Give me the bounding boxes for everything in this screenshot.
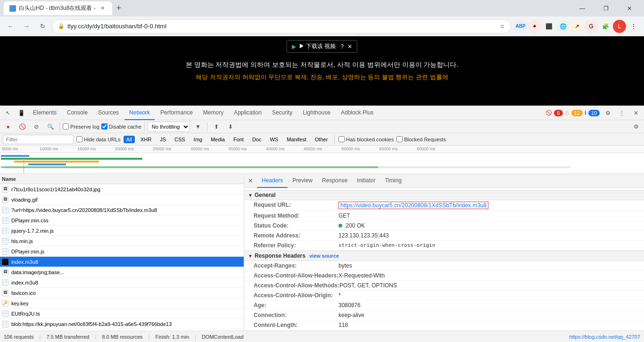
blocked-requests-input[interactable] bbox=[396, 136, 403, 142]
request-item[interactable]: 📄 blob:https://kk.jinpuyuan.net/0c83f5f4… bbox=[0, 319, 244, 329]
tab-memory[interactable]: Memory bbox=[198, 106, 228, 120]
request-item[interactable]: 📄 EUtRrqJU.ts bbox=[0, 309, 244, 319]
tab-elements[interactable]: Elements bbox=[28, 106, 61, 120]
filter-media-btn[interactable]: Media bbox=[208, 136, 228, 143]
request-item[interactable]: 🖼 vloading.gif bbox=[0, 195, 244, 205]
request-item[interactable]: 📄 index.m3u8 bbox=[0, 277, 244, 288]
request-item[interactable]: 📄 DPlayer.min.js bbox=[0, 246, 244, 257]
ext-abp-icon[interactable]: ABP bbox=[514, 20, 527, 33]
filter-ws-btn[interactable]: WS bbox=[267, 136, 281, 143]
ext-icon-1[interactable]: ✦ bbox=[528, 20, 541, 33]
export-icon[interactable]: ⬇ bbox=[224, 121, 237, 133]
import-icon[interactable]: ⬆ bbox=[210, 121, 223, 133]
active-tab[interactable]: 白头山HD - dbm3u8在线观看 - ✕ bbox=[4, 1, 112, 15]
request-item[interactable]: 🖼 data:image/png;base... bbox=[0, 267, 244, 277]
tab-network[interactable]: Network bbox=[124, 106, 155, 120]
has-blocked-cookies-checkbox[interactable]: Has blocked cookies bbox=[339, 136, 394, 142]
close-btn[interactable]: ✕ bbox=[619, 1, 640, 16]
hide-data-urls-checkbox[interactable]: Hide data URLs bbox=[76, 136, 121, 142]
clear-btn[interactable]: 🚫 bbox=[16, 121, 28, 133]
devtools-close-icon[interactable]: ✕ bbox=[630, 107, 642, 119]
throttle-select[interactable]: No throttling bbox=[148, 122, 190, 132]
record-btn[interactable]: ● bbox=[2, 121, 14, 133]
details-panel: ✕ Headers Preview Response Initiator Tim… bbox=[244, 174, 644, 331]
disable-cache-checkbox[interactable]: Disable cache bbox=[101, 123, 141, 130]
request-item[interactable]: 📄 jquery-1.7.2.min.js bbox=[0, 226, 244, 236]
search-icon-btn[interactable]: 🔍 bbox=[44, 121, 57, 133]
detail-tab-response[interactable]: Response bbox=[317, 174, 352, 188]
ext-icon-5[interactable]: G bbox=[585, 20, 598, 33]
request-url-value[interactable]: https://video.buycar5.cn/20200808/1XdSSb… bbox=[339, 202, 488, 209]
devtools-device-icon[interactable]: 📱 bbox=[15, 107, 27, 119]
forward-btn[interactable]: → bbox=[20, 20, 33, 33]
bookmark-icon[interactable]: ☆ bbox=[500, 23, 505, 30]
details-close-btn[interactable]: ✕ bbox=[248, 177, 253, 184]
view-source-link[interactable]: view source bbox=[309, 253, 339, 259]
filter-input[interactable] bbox=[3, 135, 74, 144]
request-item[interactable]: 📄 hls.min.js bbox=[0, 236, 244, 246]
ext-puzzle-icon[interactable]: 🧩 bbox=[599, 20, 612, 33]
menu-icon[interactable]: ⋮ bbox=[627, 20, 640, 33]
back-btn[interactable]: ← bbox=[4, 20, 17, 33]
tick-9: 50000 ms bbox=[341, 147, 360, 151]
request-item[interactable]: 📄 DPlayer.min.css bbox=[0, 215, 244, 226]
minimize-btn[interactable]: — bbox=[571, 1, 593, 16]
video-close-icon[interactable]: ✕ bbox=[347, 43, 352, 50]
tab-lighthouse[interactable]: Lighthouse bbox=[298, 106, 335, 120]
request-item[interactable]: 🖼 favicon.ico bbox=[0, 288, 244, 298]
filter-doc-btn[interactable]: Doc bbox=[249, 136, 264, 143]
tab-performance[interactable]: Performance bbox=[156, 106, 198, 120]
detail-tab-preview[interactable]: Preview bbox=[288, 174, 317, 188]
acao-allow-methods-row: Access-Control-Allow-Methods: POST, GET,… bbox=[244, 281, 644, 291]
filter-font-btn[interactable]: Font bbox=[231, 136, 247, 143]
detail-tab-timing[interactable]: Timing bbox=[380, 174, 406, 188]
tab-application[interactable]: Application bbox=[229, 106, 266, 120]
ext-icon-3[interactable]: 🌐 bbox=[556, 20, 570, 33]
filter-manifest-btn[interactable]: Manifest bbox=[284, 136, 309, 143]
throttle-dropdown-icon[interactable]: ▼ bbox=[192, 121, 204, 133]
request-url-row: Request URL: https://video.buycar5.cn/20… bbox=[244, 200, 644, 211]
blocked-requests-checkbox[interactable]: Blocked Requests bbox=[396, 136, 446, 142]
profile-icon[interactable]: L bbox=[613, 20, 626, 33]
filter-icon-btn[interactable]: ⊘ bbox=[30, 121, 42, 133]
tab-close-btn[interactable]: ✕ bbox=[99, 4, 107, 12]
maximize-btn[interactable]: ❐ bbox=[595, 1, 617, 16]
filter-other-btn[interactable]: Other bbox=[312, 136, 331, 143]
tick-7: 40000 ms bbox=[266, 147, 285, 151]
waterfall-bar-1 bbox=[1, 155, 29, 157]
detail-tab-headers[interactable]: Headers bbox=[257, 174, 288, 188]
has-blocked-cookies-input[interactable] bbox=[339, 136, 345, 142]
tab-sources[interactable]: Sources bbox=[93, 106, 124, 120]
general-section-header[interactable]: ▼ General bbox=[244, 190, 644, 200]
tab-console[interactable]: Console bbox=[62, 106, 92, 120]
reload-btn[interactable]: ↻ bbox=[36, 20, 49, 33]
preserve-log-input[interactable] bbox=[63, 123, 69, 130]
response-headers-section[interactable]: ▼ Response Headers view source bbox=[244, 251, 644, 261]
filter-css-btn[interactable]: CSS bbox=[172, 136, 188, 143]
devtools-settings-icon[interactable]: ⚙ bbox=[602, 107, 614, 119]
tab-security[interactable]: Security bbox=[267, 106, 297, 120]
filter-img-btn[interactable]: Img bbox=[191, 136, 205, 143]
settings-right-icon[interactable]: ⚙ bbox=[630, 121, 642, 133]
req-name: DPlayer.min.js bbox=[11, 249, 242, 254]
download-btn[interactable]: ▶ ▶ 下载该 视频 ? ✕ bbox=[287, 40, 357, 53]
request-item[interactable]: 📄 ?url=https://video.buycar5.cn/20200808… bbox=[0, 205, 244, 215]
new-tab-btn[interactable]: + bbox=[112, 2, 125, 15]
request-item[interactable]: 🔑 key.key bbox=[0, 298, 244, 309]
devtools-pointer-icon[interactable]: ↖ bbox=[2, 107, 14, 119]
address-bar[interactable]: 🔒 tlyy.cc/dy/dy1/baitoushan/bf-0-0.html … bbox=[52, 19, 511, 33]
request-item[interactable]: 🖼 r7tcu1r8o11scoo1r14221ab40o32d.jpg bbox=[0, 184, 244, 195]
hide-data-urls-input[interactable] bbox=[76, 136, 83, 142]
preserve-log-checkbox[interactable]: Preserve log bbox=[63, 123, 99, 130]
filter-js-btn[interactable]: JS bbox=[157, 136, 169, 143]
disable-cache-input[interactable] bbox=[101, 123, 107, 130]
finish-time: Finish: 1.3 min bbox=[155, 334, 189, 340]
ext-icon-2[interactable]: ⬛ bbox=[542, 20, 555, 33]
tab-adblock[interactable]: Adblock Plus bbox=[336, 106, 378, 120]
filter-all-btn[interactable]: All bbox=[124, 136, 135, 143]
devtools-more-icon[interactable]: ⋮ bbox=[616, 107, 628, 119]
ext-icon-4[interactable]: ↗ bbox=[570, 20, 584, 33]
filter-xhr-btn[interactable]: XHR bbox=[138, 136, 154, 143]
request-item-selected[interactable]: 📄 index.m3u8 bbox=[0, 257, 244, 267]
detail-tab-initiator[interactable]: Initiator bbox=[352, 174, 380, 188]
